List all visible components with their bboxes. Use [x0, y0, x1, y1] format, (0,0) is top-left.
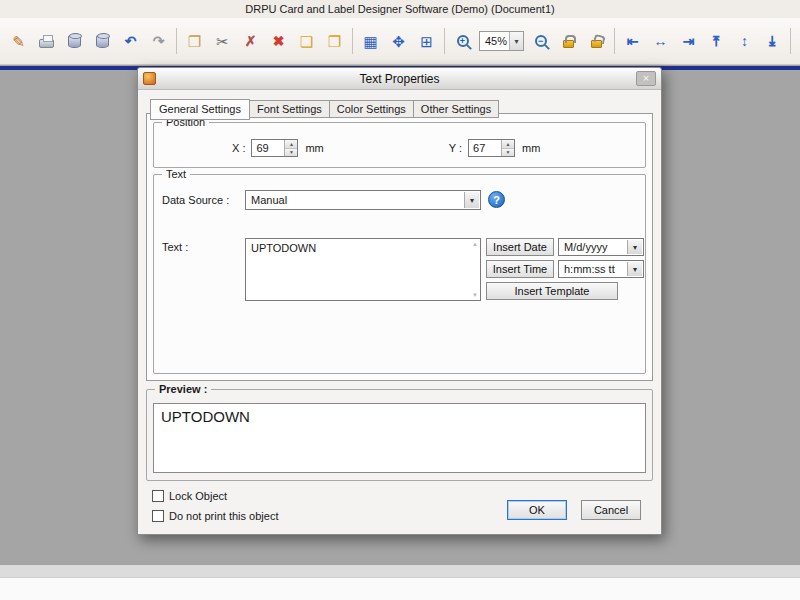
insert-date-button[interactable]: Insert Date	[486, 238, 554, 256]
preview-label: Preview :	[155, 383, 211, 395]
currency-icon[interactable]: $	[795, 27, 800, 55]
align-left-icon[interactable]: ⇤	[619, 27, 646, 55]
zoom-level-select[interactable]: 45% ▾	[479, 31, 524, 51]
y-position-input[interactable]: 67 ▲ ▼	[468, 139, 515, 157]
spinner-down-icon[interactable]: ▼	[502, 149, 514, 157]
y-label: Y :	[449, 142, 462, 154]
insert-time-button[interactable]: Insert Time	[486, 260, 554, 278]
window-titlebar: DRPU Card and Label Designer Software (D…	[0, 0, 800, 18]
chevron-down-icon[interactable]: ▾	[509, 32, 523, 50]
x-unit-label: mm	[305, 142, 323, 154]
text-properties-dialog: Text Properties × General Settings Font …	[137, 67, 662, 535]
redo-icon[interactable]: ↷	[145, 27, 172, 55]
time-format-select[interactable]: h:mm:ss tt ▾	[558, 260, 644, 278]
delete-icon[interactable]: ✖	[265, 27, 292, 55]
general-settings-page: Position X : 69 ▲ ▼ mm Y : 67 ▲ ▼	[146, 113, 653, 381]
toolbar-separator	[176, 28, 177, 54]
toolbar-separator	[614, 28, 615, 54]
y-position-value: 67	[469, 140, 501, 156]
move-icon[interactable]: ✥	[385, 27, 412, 55]
y-unit-label: mm	[522, 142, 540, 154]
tab-other-settings[interactable]: Other Settings	[414, 100, 499, 118]
scroll-up-icon[interactable]: ▲	[472, 241, 478, 247]
dialog-title: Text Properties	[138, 72, 661, 86]
y-spinner[interactable]: ▲ ▼	[501, 140, 514, 156]
lock-object-row: Lock Object	[152, 490, 227, 502]
grid-settings-icon[interactable]: ⊞	[413, 27, 440, 55]
paste-special-icon[interactable]: ❐	[321, 27, 348, 55]
do-not-print-label: Do not print this object	[169, 510, 278, 522]
copy-icon[interactable]: ❐	[181, 27, 208, 55]
dialog-titlebar[interactable]: Text Properties ×	[138, 68, 661, 90]
edit-document-icon[interactable]: ✎	[5, 27, 32, 55]
paste-icon[interactable]: ❏	[293, 27, 320, 55]
x-position-input[interactable]: 69 ▲ ▼	[251, 139, 298, 157]
cancel-button[interactable]: Cancel	[581, 500, 641, 520]
bottom-panel	[0, 577, 800, 600]
x-label: X :	[232, 142, 245, 154]
grid-icon[interactable]: ▦	[357, 27, 384, 55]
toolbar-separator	[444, 28, 445, 54]
time-format-value: h:mm:ss tt	[564, 263, 615, 275]
close-icon[interactable]: ×	[636, 71, 656, 86]
print-icon[interactable]	[33, 27, 60, 55]
zoom-in-icon[interactable]: +	[449, 27, 476, 55]
data-source-label: Data Source :	[162, 194, 229, 206]
lock-icon[interactable]	[555, 27, 582, 55]
zoom-level-value: 45%	[485, 35, 507, 47]
date-format-value: M/d/yyyy	[564, 241, 607, 253]
lock-object-label: Lock Object	[169, 490, 227, 502]
database-icon[interactable]	[89, 27, 116, 55]
status-strip	[0, 565, 800, 577]
spinner-up-icon[interactable]: ▲	[502, 140, 514, 149]
tab-font-settings[interactable]: Font Settings	[250, 100, 330, 118]
cut-icon[interactable]: ✂	[209, 27, 236, 55]
tab-color-settings[interactable]: Color Settings	[330, 100, 414, 118]
align-top-icon[interactable]: ⇤	[703, 28, 731, 55]
undo-icon[interactable]: ↶	[117, 27, 144, 55]
x-spinner[interactable]: ▲ ▼	[284, 140, 297, 156]
text-group: Text Data Source : Manual ▾ ? Text : UPT…	[153, 174, 646, 374]
tab-general-settings[interactable]: General Settings	[150, 99, 250, 120]
chevron-down-icon[interactable]: ▾	[627, 240, 642, 254]
text-input-value: UPTODOWN	[251, 242, 316, 254]
text-group-label: Text	[162, 168, 190, 180]
x-position-value: 69	[252, 140, 284, 156]
align-middle-vertical-icon[interactable]: ↕	[731, 27, 758, 55]
date-format-select[interactable]: M/d/yyyy ▾	[558, 238, 644, 256]
chevron-down-icon[interactable]: ▾	[627, 262, 642, 276]
text-label: Text :	[162, 241, 188, 253]
align-center-horizontal-icon[interactable]: ↔	[647, 27, 674, 55]
unlock-icon[interactable]	[583, 27, 610, 55]
preview-group: Preview : UPTODOWN	[146, 389, 653, 481]
align-right-icon[interactable]: ⇥	[675, 27, 702, 55]
dialog-buttons: OK Cancel	[507, 500, 641, 520]
zoom-out-icon[interactable]: −	[527, 27, 554, 55]
toolbar-separator	[352, 28, 353, 54]
toolbar-separator	[790, 28, 791, 54]
window-title: DRPU Card and Label Designer Software (D…	[245, 3, 554, 15]
spinner-up-icon[interactable]: ▲	[285, 140, 297, 149]
lock-object-checkbox[interactable]	[152, 490, 164, 502]
data-source-select[interactable]: Manual ▾	[245, 190, 481, 210]
ok-button[interactable]: OK	[507, 500, 567, 520]
do-not-print-row: Do not print this object	[152, 510, 278, 522]
align-bottom-icon[interactable]: ⇥	[759, 28, 787, 55]
data-source-value: Manual	[251, 194, 287, 206]
scroll-down-icon[interactable]: ▼	[472, 292, 478, 298]
preview-box: UPTODOWN	[153, 403, 646, 473]
preview-text: UPTODOWN	[161, 408, 250, 425]
tab-bar: General Settings Font Settings Color Set…	[150, 99, 499, 118]
spinner-down-icon[interactable]: ▼	[285, 149, 297, 157]
main-toolbar: ✎ ↶ ↷ ❐ ✂ ✗ ✖ ❏ ❐ ▦ ✥ ⊞ + 45% ▾ − ⇤ ↔ ⇥ …	[0, 18, 800, 65]
database-export-icon[interactable]	[61, 27, 88, 55]
chevron-down-icon[interactable]: ▾	[464, 192, 479, 208]
delete-object-icon[interactable]: ✗	[237, 27, 264, 55]
help-icon[interactable]: ?	[488, 191, 505, 208]
position-group: Position X : 69 ▲ ▼ mm Y : 67 ▲ ▼	[153, 122, 646, 168]
text-input[interactable]: UPTODOWN ▲ ▼	[245, 238, 481, 301]
do-not-print-checkbox[interactable]	[152, 510, 164, 522]
insert-template-button[interactable]: Insert Template	[486, 282, 618, 300]
